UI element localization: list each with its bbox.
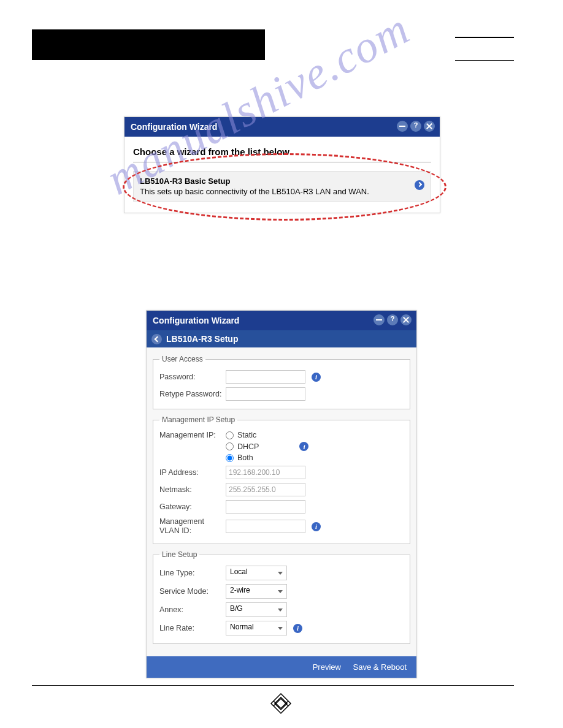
legend-management-ip: Management IP Setup: [159, 415, 237, 424]
fieldset-management-ip: Management IP Setup Management IP: Stati…: [153, 415, 410, 544]
netmask-label: Netmask:: [159, 485, 226, 494]
help-icon[interactable]: [410, 121, 421, 132]
line-rate-label: Line Rate:: [159, 624, 226, 632]
ip-address-input[interactable]: [226, 466, 305, 479]
legend-user-access: User Access: [159, 355, 205, 363]
retype-password-input[interactable]: [226, 387, 305, 401]
config-wizard-setup-dialog: Configuration Wizard LB510A-R3 Setup Use…: [146, 310, 417, 678]
info-icon[interactable]: i: [312, 373, 321, 382]
netmask-input[interactable]: [226, 483, 305, 496]
help-icon[interactable]: [387, 314, 398, 325]
password-label: Password:: [159, 373, 226, 381]
wizard-item-basic-setup[interactable]: LB510A-R3 Basic Setup This sets up basic…: [133, 171, 431, 202]
config-wizard-chooser-dialog: Configuration Wizard Choose a wizard fro…: [124, 116, 440, 213]
dialog-subtitle: LB510A-R3 Setup: [166, 334, 238, 344]
header-rule-bottom: [455, 60, 514, 61]
choose-wizard-heading: Choose a wizard from the list below: [133, 146, 431, 157]
radio-both[interactable]: [226, 454, 234, 462]
gateway-label: Gateway:: [159, 502, 226, 511]
wizard-item-title: LB510A-R3 Basic Setup: [140, 176, 408, 186]
minimize-icon[interactable]: [397, 121, 408, 132]
line-rate-select[interactable]: Normal: [226, 621, 287, 635]
service-mode-label: Service Mode:: [159, 587, 226, 596]
annex-label: Annex:: [159, 605, 226, 614]
close-icon[interactable]: [400, 314, 412, 325]
retype-password-label: Retype Password:: [159, 390, 226, 399]
mgmt-vlan-label: Management VLAN ID:: [159, 517, 226, 536]
wizard-item-desc: This sets up basic connectivity of the L…: [140, 187, 369, 196]
header-black-bar: [32, 29, 265, 60]
divider: [133, 162, 431, 162]
go-icon[interactable]: [415, 180, 424, 190]
dialog-subheader: LB510A-R3 Setup: [147, 330, 416, 347]
preview-button[interactable]: Preview: [313, 662, 341, 672]
radio-both-label: Both: [237, 453, 253, 462]
radio-dhcp[interactable]: [226, 442, 234, 450]
gateway-input[interactable]: [226, 500, 305, 514]
legend-line-setup: Line Setup: [159, 550, 199, 559]
footer-rule: [32, 685, 514, 686]
info-icon[interactable]: i: [312, 522, 321, 531]
ip-address-label: IP Address:: [159, 468, 226, 477]
header-rule-top: [455, 37, 514, 38]
fieldset-user-access: User Access Password: i Retype Password:: [153, 355, 410, 409]
info-icon[interactable]: i: [293, 624, 302, 633]
save-reboot-button[interactable]: Save & Reboot: [353, 662, 407, 672]
minimize-icon[interactable]: [373, 314, 385, 325]
black-box-logo-icon: [270, 692, 292, 717]
dialog-title: Configuration Wizard: [153, 316, 239, 325]
radio-dhcp-label: DHCP: [237, 442, 259, 451]
fieldset-line-setup: Line Setup Line Type: Local Service Mode…: [153, 550, 410, 644]
radio-static[interactable]: [226, 431, 234, 439]
annex-select[interactable]: B/G: [226, 602, 287, 617]
line-type-label: Line Type:: [159, 569, 226, 577]
password-input[interactable]: [226, 370, 305, 384]
info-icon[interactable]: i: [299, 442, 308, 451]
dialog-footer: Preview Save & Reboot: [147, 656, 416, 678]
dialog-header: Configuration Wizard: [147, 311, 416, 330]
dialog-header: Configuration Wizard: [124, 117, 440, 137]
dialog-title: Configuration Wizard: [131, 122, 217, 132]
management-ip-label: Management IP:: [159, 431, 226, 439]
mgmt-vlan-input[interactable]: [226, 520, 305, 533]
line-type-select[interactable]: Local: [226, 566, 287, 580]
close-icon[interactable]: [424, 121, 435, 132]
service-mode-select[interactable]: 2-wire: [226, 584, 287, 599]
back-icon[interactable]: [151, 334, 162, 344]
radio-static-label: Static: [237, 431, 256, 439]
